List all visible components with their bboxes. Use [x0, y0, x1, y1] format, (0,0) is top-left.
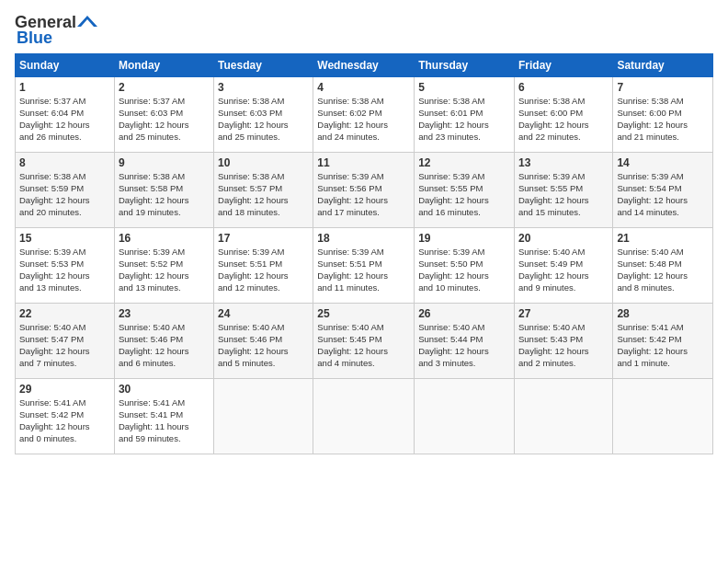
day-number: 7: [617, 80, 709, 95]
day-number: 28: [617, 306, 709, 321]
day-info: Sunrise: 5:40 AM Sunset: 5:43 PM Dayligh…: [518, 322, 609, 369]
calendar-cell: 18Sunrise: 5:39 AM Sunset: 5:51 PM Dayli…: [313, 228, 415, 304]
day-info: Sunrise: 5:39 AM Sunset: 5:55 PM Dayligh…: [518, 171, 609, 218]
day-info: Sunrise: 5:38 AM Sunset: 6:02 PM Dayligh…: [317, 96, 410, 143]
calendar-cell: 13Sunrise: 5:39 AM Sunset: 5:55 PM Dayli…: [514, 153, 612, 228]
calendar-cell: 10Sunrise: 5:38 AM Sunset: 5:57 PM Dayli…: [214, 153, 313, 228]
calendar-week-5: 29Sunrise: 5:41 AM Sunset: 5:42 PM Dayli…: [16, 379, 713, 454]
calendar-cell: 8Sunrise: 5:38 AM Sunset: 5:59 PM Daylig…: [16, 153, 115, 228]
calendar-cell: 29Sunrise: 5:41 AM Sunset: 5:42 PM Dayli…: [16, 379, 115, 454]
day-info: Sunrise: 5:37 AM Sunset: 6:03 PM Dayligh…: [119, 96, 210, 143]
day-info: Sunrise: 5:40 AM Sunset: 5:48 PM Dayligh…: [617, 247, 709, 293]
day-number: 20: [518, 231, 609, 246]
calendar-cell: [313, 379, 415, 454]
calendar-cell: 21Sunrise: 5:40 AM Sunset: 5:48 PM Dayli…: [613, 228, 713, 304]
day-number: 23: [119, 306, 210, 321]
calendar-cell: 15Sunrise: 5:39 AM Sunset: 5:53 PM Dayli…: [16, 228, 115, 304]
col-header-monday: Monday: [114, 54, 213, 77]
day-info: Sunrise: 5:39 AM Sunset: 5:51 PM Dayligh…: [317, 247, 410, 293]
day-info: Sunrise: 5:39 AM Sunset: 5:53 PM Dayligh…: [19, 247, 110, 293]
calendar-cell: 23Sunrise: 5:40 AM Sunset: 5:46 PM Dayli…: [114, 304, 213, 379]
calendar-table: SundayMondayTuesdayWednesdayThursdayFrid…: [15, 53, 713, 454]
calendar-cell: 24Sunrise: 5:40 AM Sunset: 5:46 PM Dayli…: [214, 304, 313, 379]
day-info: Sunrise: 5:38 AM Sunset: 6:00 PM Dayligh…: [518, 96, 609, 143]
calendar-header-row: SundayMondayTuesdayWednesdayThursdayFrid…: [16, 54, 713, 77]
day-info: Sunrise: 5:39 AM Sunset: 5:55 PM Dayligh…: [418, 171, 510, 218]
calendar-cell: 11Sunrise: 5:39 AM Sunset: 5:56 PM Dayli…: [313, 153, 415, 228]
day-number: 25: [317, 306, 410, 321]
calendar-cell: 9Sunrise: 5:38 AM Sunset: 5:58 PM Daylig…: [114, 153, 213, 228]
day-info: Sunrise: 5:37 AM Sunset: 6:04 PM Dayligh…: [19, 96, 110, 143]
day-number: 29: [19, 382, 110, 396]
day-number: 27: [518, 306, 609, 321]
calendar-cell: 7Sunrise: 5:38 AM Sunset: 6:00 PM Daylig…: [613, 77, 713, 153]
col-header-friday: Friday: [514, 54, 612, 77]
calendar-cell: 22Sunrise: 5:40 AM Sunset: 5:47 PM Dayli…: [16, 304, 115, 379]
calendar-cell: 4Sunrise: 5:38 AM Sunset: 6:02 PM Daylig…: [313, 77, 415, 153]
calendar-cell: 12Sunrise: 5:39 AM Sunset: 5:55 PM Dayli…: [415, 153, 515, 228]
day-info: Sunrise: 5:40 AM Sunset: 5:49 PM Dayligh…: [518, 247, 609, 293]
calendar-cell: [514, 379, 612, 454]
day-number: 17: [218, 231, 309, 246]
day-info: Sunrise: 5:39 AM Sunset: 5:51 PM Dayligh…: [218, 247, 309, 293]
day-number: 21: [617, 231, 709, 246]
day-info: Sunrise: 5:39 AM Sunset: 5:52 PM Dayligh…: [119, 247, 210, 293]
logo: General Blue: [15, 9, 97, 48]
calendar-cell: 28Sunrise: 5:41 AM Sunset: 5:42 PM Dayli…: [613, 304, 713, 379]
day-number: 22: [19, 306, 110, 321]
calendar-week-4: 22Sunrise: 5:40 AM Sunset: 5:47 PM Dayli…: [16, 304, 713, 379]
calendar-cell: 5Sunrise: 5:38 AM Sunset: 6:01 PM Daylig…: [415, 77, 515, 153]
col-header-thursday: Thursday: [415, 54, 515, 77]
day-number: 18: [317, 231, 410, 246]
calendar-cell: 14Sunrise: 5:39 AM Sunset: 5:54 PM Dayli…: [613, 153, 713, 228]
calendar-week-1: 1Sunrise: 5:37 AM Sunset: 6:04 PM Daylig…: [16, 77, 713, 153]
day-info: Sunrise: 5:40 AM Sunset: 5:46 PM Dayligh…: [218, 322, 309, 369]
day-info: Sunrise: 5:38 AM Sunset: 6:03 PM Dayligh…: [218, 96, 309, 143]
day-number: 19: [418, 231, 510, 246]
day-info: Sunrise: 5:38 AM Sunset: 5:57 PM Dayligh…: [218, 171, 309, 218]
col-header-tuesday: Tuesday: [214, 54, 313, 77]
day-number: 16: [119, 231, 210, 246]
calendar-week-3: 15Sunrise: 5:39 AM Sunset: 5:53 PM Dayli…: [16, 228, 713, 304]
calendar-cell: 20Sunrise: 5:40 AM Sunset: 5:49 PM Dayli…: [514, 228, 612, 304]
day-info: Sunrise: 5:38 AM Sunset: 6:01 PM Dayligh…: [418, 96, 510, 143]
day-number: 1: [19, 80, 110, 95]
calendar-cell: 1Sunrise: 5:37 AM Sunset: 6:04 PM Daylig…: [16, 77, 115, 153]
day-number: 24: [218, 306, 309, 321]
day-number: 13: [518, 155, 609, 170]
calendar-cell: 17Sunrise: 5:39 AM Sunset: 5:51 PM Dayli…: [214, 228, 313, 304]
calendar-cell: 19Sunrise: 5:39 AM Sunset: 5:50 PM Dayli…: [415, 228, 515, 304]
calendar-cell: 16Sunrise: 5:39 AM Sunset: 5:52 PM Dayli…: [114, 228, 213, 304]
col-header-saturday: Saturday: [613, 54, 713, 77]
calendar-cell: 26Sunrise: 5:40 AM Sunset: 5:44 PM Dayli…: [415, 304, 515, 379]
day-number: 9: [119, 155, 210, 170]
day-number: 2: [119, 80, 210, 95]
day-info: Sunrise: 5:40 AM Sunset: 5:45 PM Dayligh…: [317, 322, 410, 369]
calendar-cell: 27Sunrise: 5:40 AM Sunset: 5:43 PM Dayli…: [514, 304, 612, 379]
day-info: Sunrise: 5:38 AM Sunset: 6:00 PM Dayligh…: [617, 96, 709, 143]
day-info: Sunrise: 5:40 AM Sunset: 5:46 PM Dayligh…: [119, 322, 210, 369]
day-info: Sunrise: 5:41 AM Sunset: 5:42 PM Dayligh…: [617, 322, 709, 369]
day-info: Sunrise: 5:41 AM Sunset: 5:42 PM Dayligh…: [19, 397, 110, 444]
day-info: Sunrise: 5:38 AM Sunset: 5:59 PM Dayligh…: [19, 171, 110, 218]
day-number: 10: [218, 155, 309, 170]
calendar-cell: 3Sunrise: 5:38 AM Sunset: 6:03 PM Daylig…: [214, 77, 313, 153]
day-info: Sunrise: 5:38 AM Sunset: 5:58 PM Dayligh…: [119, 171, 210, 218]
day-number: 3: [218, 80, 309, 95]
logo-blue: Blue: [17, 29, 52, 48]
day-info: Sunrise: 5:39 AM Sunset: 5:56 PM Dayligh…: [317, 171, 410, 218]
calendar-cell: 6Sunrise: 5:38 AM Sunset: 6:00 PM Daylig…: [514, 77, 612, 153]
day-number: 11: [317, 155, 410, 170]
day-info: Sunrise: 5:40 AM Sunset: 5:44 PM Dayligh…: [418, 322, 510, 369]
calendar-cell: 25Sunrise: 5:40 AM Sunset: 5:45 PM Dayli…: [313, 304, 415, 379]
header: General Blue: [15, 9, 713, 48]
day-number: 4: [317, 80, 410, 95]
day-number: 6: [518, 80, 609, 95]
day-number: 8: [19, 155, 110, 170]
calendar-week-2: 8Sunrise: 5:38 AM Sunset: 5:59 PM Daylig…: [16, 153, 713, 228]
day-number: 30: [119, 382, 210, 396]
logo-icon: [77, 14, 97, 29]
calendar-cell: [613, 379, 713, 454]
svg-marker-0: [77, 16, 97, 27]
calendar-cell: [415, 379, 515, 454]
